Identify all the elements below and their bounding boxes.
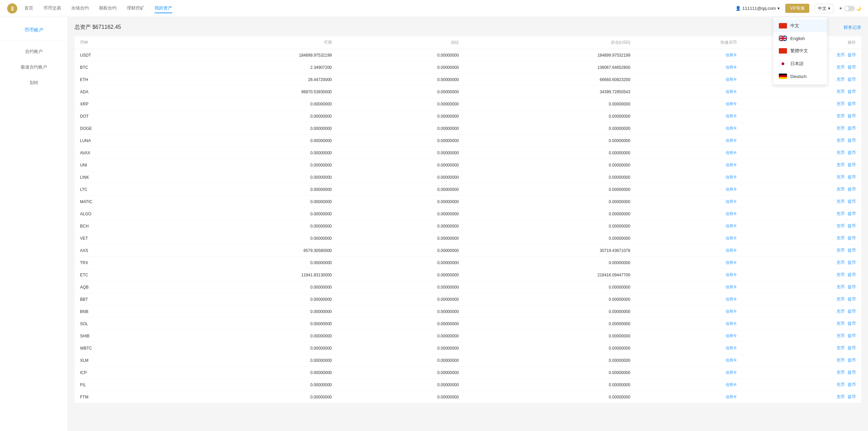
deposit-link[interactable]: 充币: [836, 260, 845, 265]
lang-option-en[interactable]: English: [773, 32, 827, 44]
withdraw-link[interactable]: 提币: [848, 211, 856, 216]
user-info[interactable]: 👤 111111@qq.com ▾: [735, 6, 780, 11]
withdraw-link[interactable]: 提币: [848, 370, 856, 375]
sidebar-item-turbo[interactable]: 极速合约账户: [0, 59, 67, 75]
theme-toggle[interactable]: ☀ 🌙: [839, 6, 861, 11]
withdraw-link[interactable]: 提币: [848, 126, 856, 131]
withdraw-link[interactable]: 提币: [848, 321, 856, 326]
credit-card-tag[interactable]: 信用卡: [726, 53, 737, 57]
deposit-link[interactable]: 充币: [836, 126, 845, 131]
lang-option-tw[interactable]: 繁體中文: [773, 44, 827, 57]
credit-card-tag[interactable]: 信用卡: [726, 138, 737, 142]
credit-card-tag[interactable]: 信用卡: [726, 321, 737, 326]
sidebar-item-transfer[interactable]: 划转: [0, 75, 67, 91]
credit-card-tag[interactable]: 信用卡: [726, 163, 737, 167]
lang-selector[interactable]: 中文 ▾: [815, 4, 833, 13]
lang-option-jp[interactable]: 日本語: [773, 57, 827, 70]
deposit-link[interactable]: 充币: [836, 297, 845, 301]
vip-button[interactable]: VIP客服: [785, 4, 809, 13]
credit-card-tag[interactable]: 信用卡: [726, 248, 737, 252]
withdraw-link[interactable]: 提币: [848, 346, 856, 350]
credit-card-tag[interactable]: 信用卡: [726, 151, 737, 155]
deposit-link[interactable]: 充币: [836, 394, 845, 399]
financial-records-link[interactable]: 财务记录: [844, 24, 861, 31]
credit-card-tag[interactable]: 信用卡: [726, 114, 737, 118]
credit-card-tag[interactable]: 信用卡: [726, 285, 737, 289]
credit-card-tag[interactable]: 信用卡: [726, 175, 737, 179]
credit-card-tag[interactable]: 信用卡: [726, 224, 737, 228]
withdraw-link[interactable]: 提币: [848, 297, 856, 301]
deposit-link[interactable]: 充币: [836, 236, 845, 240]
credit-card-tag[interactable]: 信用卡: [726, 309, 737, 313]
credit-card-tag[interactable]: 信用卡: [726, 273, 737, 277]
withdraw-link[interactable]: 提币: [848, 101, 856, 106]
lang-option-de[interactable]: Deutsch: [773, 70, 827, 82]
credit-card-tag[interactable]: 信用卡: [726, 126, 737, 130]
withdraw-link[interactable]: 提币: [848, 150, 856, 155]
withdraw-link[interactable]: 提币: [848, 114, 856, 118]
deposit-link[interactable]: 充币: [836, 309, 845, 314]
withdraw-link[interactable]: 提币: [848, 162, 856, 167]
deposit-link[interactable]: 充币: [836, 272, 845, 277]
credit-card-tag[interactable]: 信用卡: [726, 346, 737, 350]
nav-mining[interactable]: 理财挖矿: [127, 4, 144, 13]
credit-card-tag[interactable]: 信用卡: [726, 383, 737, 387]
sidebar-title[interactable]: 币币账户: [0, 24, 67, 40]
withdraw-link[interactable]: 提币: [848, 53, 856, 57]
nav-perpetual[interactable]: 永续合约: [71, 4, 89, 13]
withdraw-link[interactable]: 提币: [848, 309, 856, 314]
credit-card-tag[interactable]: 信用卡: [726, 395, 737, 399]
withdraw-link[interactable]: 提币: [848, 175, 856, 179]
credit-card-tag[interactable]: 信用卡: [726, 212, 737, 216]
withdraw-link[interactable]: 提币: [848, 333, 856, 338]
deposit-link[interactable]: 充币: [836, 162, 845, 167]
deposit-link[interactable]: 充币: [836, 358, 845, 363]
nav-spot[interactable]: 币币交易: [43, 4, 61, 13]
deposit-link[interactable]: 充币: [836, 138, 845, 143]
credit-card-tag[interactable]: 信用卡: [726, 102, 737, 106]
deposit-link[interactable]: 充币: [836, 77, 845, 82]
sidebar-item-contract[interactable]: 合约账户: [0, 44, 67, 59]
deposit-link[interactable]: 充币: [836, 346, 845, 350]
withdraw-link[interactable]: 提币: [848, 187, 856, 192]
credit-card-tag[interactable]: 信用卡: [726, 65, 737, 69]
withdraw-link[interactable]: 提币: [848, 138, 856, 143]
deposit-link[interactable]: 充币: [836, 211, 845, 216]
deposit-link[interactable]: 充币: [836, 89, 845, 94]
deposit-link[interactable]: 充币: [836, 150, 845, 155]
withdraw-link[interactable]: 提币: [848, 248, 856, 253]
lang-option-cn[interactable]: 中文: [773, 19, 827, 32]
deposit-link[interactable]: 充币: [836, 370, 845, 375]
withdraw-link[interactable]: 提币: [848, 223, 856, 228]
credit-card-tag[interactable]: 信用卡: [726, 370, 737, 374]
credit-card-tag[interactable]: 信用卡: [726, 236, 737, 240]
deposit-link[interactable]: 充币: [836, 223, 845, 228]
credit-card-tag[interactable]: 信用卡: [726, 358, 737, 362]
withdraw-link[interactable]: 提币: [848, 65, 856, 70]
deposit-link[interactable]: 充币: [836, 101, 845, 106]
withdraw-link[interactable]: 提币: [848, 199, 856, 204]
deposit-link[interactable]: 充币: [836, 53, 845, 57]
credit-card-tag[interactable]: 信用卡: [726, 199, 737, 203]
nav-home[interactable]: 首页: [24, 4, 33, 13]
withdraw-link[interactable]: 提币: [848, 89, 856, 94]
withdraw-link[interactable]: 提币: [848, 260, 856, 265]
withdraw-link[interactable]: 提币: [848, 236, 856, 240]
deposit-link[interactable]: 充币: [836, 382, 845, 387]
deposit-link[interactable]: 充币: [836, 114, 845, 118]
credit-card-tag[interactable]: 信用卡: [726, 77, 737, 81]
withdraw-link[interactable]: 提币: [848, 285, 856, 289]
nav-options[interactable]: 期权合约: [99, 4, 117, 13]
withdraw-link[interactable]: 提币: [848, 394, 856, 399]
deposit-link[interactable]: 充币: [836, 175, 845, 179]
credit-card-tag[interactable]: 信用卡: [726, 334, 737, 338]
deposit-link[interactable]: 充币: [836, 333, 845, 338]
deposit-link[interactable]: 充币: [836, 321, 845, 326]
withdraw-link[interactable]: 提币: [848, 272, 856, 277]
withdraw-link[interactable]: 提币: [848, 382, 856, 387]
withdraw-link[interactable]: 提币: [848, 77, 856, 82]
deposit-link[interactable]: 充币: [836, 187, 845, 192]
deposit-link[interactable]: 充币: [836, 65, 845, 70]
credit-card-tag[interactable]: 信用卡: [726, 90, 737, 94]
toggle-switch[interactable]: [844, 6, 855, 11]
